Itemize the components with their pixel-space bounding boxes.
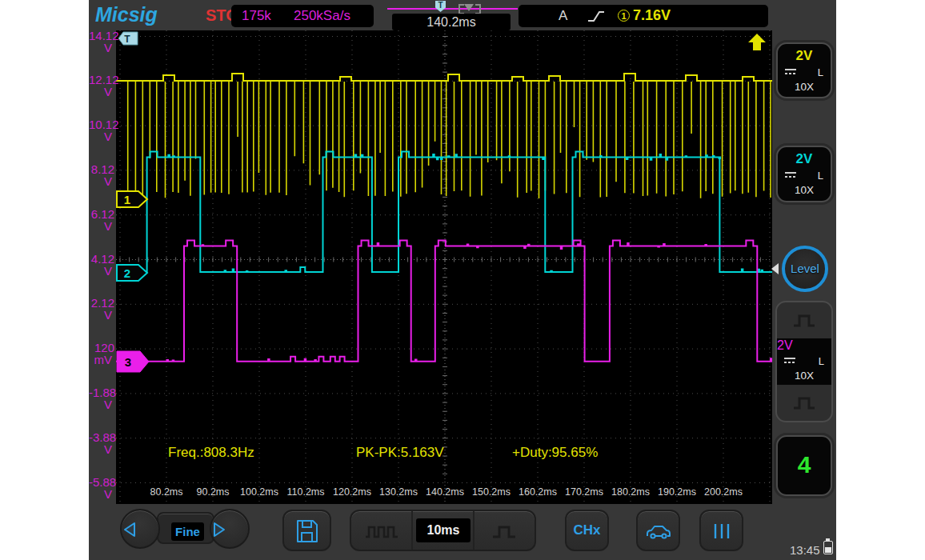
time-label: 160.2ms xyxy=(515,486,561,498)
measurement-pkpk: PK-PK:5.163V xyxy=(356,445,444,461)
time-label: 110.2ms xyxy=(282,486,329,498)
svg-text:3: 3 xyxy=(125,355,131,369)
fine-mode-label[interactable]: Fine xyxy=(171,522,204,541)
sample-depth: 175k xyxy=(242,8,271,24)
trigger-top-marker[interactable]: T xyxy=(118,32,138,45)
ch2-position-marker[interactable]: 2 xyxy=(117,265,147,281)
ch2-probe: 10X xyxy=(778,184,831,196)
time-label: 90.2ms xyxy=(190,486,236,498)
ch1-scale: 2V xyxy=(778,48,831,64)
ch3-scale: 2V xyxy=(777,338,793,352)
voltage-label: 8.12V xyxy=(89,163,114,187)
waveform-display[interactable]: T 1 2 3 Freq.:808.3Hz PK-PK:5.163V +Duty… xyxy=(116,30,772,504)
channel2-settings-button[interactable]: 2V L 10X xyxy=(776,146,832,202)
voltage-label: 6.12V xyxy=(89,208,114,232)
timebase-value-button[interactable]: 10ms xyxy=(411,511,473,550)
channel-select-button[interactable]: CHx xyxy=(565,510,609,551)
time-label: 150.2ms xyxy=(468,486,515,498)
rising-edge-icon xyxy=(587,9,606,23)
time-label: 120.2ms xyxy=(329,486,375,498)
channel3-settings-button[interactable]: 2V L 10X xyxy=(777,338,831,385)
trigger-level-side-arrow-icon xyxy=(771,263,779,274)
save-button[interactable] xyxy=(282,510,331,551)
voltage-label: 14.12V xyxy=(89,30,114,54)
voltage-label: 120mV xyxy=(89,342,114,366)
trigger-position-widget[interactable]: T 140.2ms xyxy=(387,0,518,32)
sample-info-box[interactable]: 175k 250kSa/s xyxy=(231,5,374,27)
timebase-readout: 10ms xyxy=(416,518,471,542)
voltage-label: -5.88V xyxy=(89,476,114,500)
trigger-source-badge: 1 xyxy=(618,10,630,22)
waveform-canvas: T 1 2 3 xyxy=(116,30,772,504)
oscilloscope-app: Micsig STOP 175k 250kSa/s T 140.2ms A 1 … xyxy=(89,0,836,560)
pulse-train-icon xyxy=(364,522,399,541)
ch1-bandwidth: L xyxy=(818,66,823,78)
timeline-bar xyxy=(387,8,518,10)
screenshot-stage: Micsig STOP 175k 250kSa/s T 140.2ms A 1 … xyxy=(0,0,925,560)
time-label: 140.2ms xyxy=(422,486,468,498)
pulse-icon xyxy=(791,394,818,411)
measurement-duty: +Duty:95.65% xyxy=(512,445,598,461)
voltage-label: 12.12V xyxy=(89,74,114,98)
trigger-mode: A xyxy=(559,8,567,24)
pulse-icon xyxy=(489,522,521,541)
time-label: 80.2ms xyxy=(143,486,190,498)
timebase-expand-button[interactable] xyxy=(351,511,411,550)
ch3-probe: 10X xyxy=(777,370,831,382)
ch3-position-marker[interactable]: 3 xyxy=(117,351,149,372)
pulse-width-up-button[interactable] xyxy=(777,302,831,338)
level-knob[interactable]: Level xyxy=(782,246,828,292)
measurement-frequency: Freq.:808.3Hz xyxy=(168,445,254,461)
voltage-label: 10.12V xyxy=(89,118,114,142)
timebase-shrink-button[interactable] xyxy=(473,511,535,550)
time-label: 180.2ms xyxy=(607,486,654,498)
svg-text:1: 1 xyxy=(124,193,130,206)
voltage-label: 4.12V xyxy=(89,253,114,277)
window-cursor-icon[interactable] xyxy=(464,4,474,11)
voltage-label: -1.88V xyxy=(89,386,114,410)
trigger-settings-box[interactable]: A 1 7.16V xyxy=(519,5,768,27)
ch2-bandwidth: L xyxy=(818,170,823,182)
svg-text:2: 2 xyxy=(124,266,130,280)
next-button[interactable] xyxy=(210,509,250,549)
dc-coupling-icon xyxy=(784,358,795,366)
car-icon xyxy=(645,521,672,542)
trigger-time-readout: 140.2ms xyxy=(392,14,511,30)
time-label: 100.2ms xyxy=(236,486,282,498)
battery-icon xyxy=(823,541,833,554)
pulse-icon xyxy=(791,311,818,329)
previous-button[interactable] xyxy=(120,509,160,549)
pulse-width-down-button[interactable] xyxy=(777,385,831,421)
timebase-group: 10ms xyxy=(350,510,536,551)
voltage-label: 2.12V xyxy=(89,297,114,321)
sample-rate: 250kSa/s xyxy=(294,8,350,24)
ch3-bandwidth: L xyxy=(819,355,824,367)
time-label: 200.2ms xyxy=(700,486,747,498)
save-disk-icon xyxy=(295,518,319,544)
clock: 13:45 xyxy=(790,543,820,557)
ch2-scale: 2V xyxy=(778,151,831,167)
trigger-position-marker[interactable]: T xyxy=(435,1,446,12)
voltage-axis-labels: 14.12V12.12V10.12V8.12V6.12V4.12V2.12V12… xyxy=(89,0,116,560)
triangle-left-icon xyxy=(122,521,138,538)
channel4-button[interactable]: 4 xyxy=(776,435,832,496)
trigger-level-up-arrow[interactable] xyxy=(748,34,766,50)
menu-lines-button[interactable] xyxy=(699,510,743,551)
triangle-right-icon xyxy=(211,521,227,538)
channel3-settings-group: 2V L 10X xyxy=(775,301,833,422)
time-label: 190.2ms xyxy=(654,486,700,498)
svg-text:T: T xyxy=(124,34,130,45)
trigger-level-value: 7.16V xyxy=(633,7,671,24)
dc-coupling-icon xyxy=(785,172,796,180)
time-label: 130.2ms xyxy=(375,486,422,498)
time-label: 170.2ms xyxy=(561,486,607,498)
automotive-mode-button[interactable] xyxy=(636,510,680,551)
three-bars-icon xyxy=(711,522,732,540)
ch1-probe: 10X xyxy=(778,81,831,93)
dc-coupling-icon xyxy=(785,69,796,77)
channel1-settings-button[interactable]: 2V L 10X xyxy=(776,42,832,98)
voltage-label: -3.88V xyxy=(89,431,114,455)
